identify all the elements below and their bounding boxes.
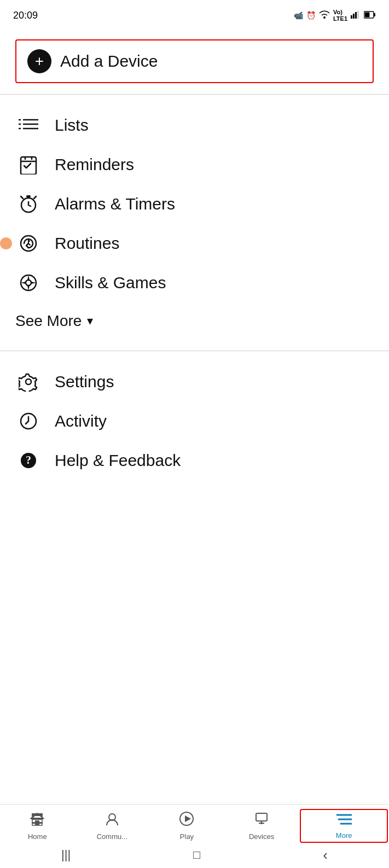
add-device-icon: +: [27, 49, 51, 73]
signal-text: Vo)LTE1: [333, 9, 347, 22]
nav-item-devices-label: Devices: [249, 832, 274, 841]
menu-item-activity[interactable]: Activity: [15, 401, 374, 441]
menu-item-reminders-label: Reminders: [55, 155, 134, 174]
system-nav: ||| □ ‹: [0, 844, 389, 868]
svg-marker-23: [21, 282, 26, 284]
svg-text:?: ?: [26, 454, 31, 466]
menu-item-alarms-label: Alarms & Timers: [55, 195, 175, 213]
system-nav-back[interactable]: ‹: [323, 847, 328, 864]
svg-point-0: [323, 16, 326, 19]
divider-2: [0, 351, 389, 351]
svg-marker-21: [31, 282, 36, 284]
svg-rect-32: [35, 820, 39, 825]
menu-item-lists[interactable]: Lists: [15, 106, 374, 145]
system-nav-home[interactable]: □: [193, 848, 200, 862]
menu-item-settings-label: Settings: [55, 372, 114, 391]
svg-point-19: [26, 280, 31, 286]
menu-item-skills-label: Skills & Games: [55, 273, 166, 292]
menu-item-lists-label: Lists: [55, 116, 89, 135]
wifi-icon: [319, 10, 330, 21]
menu-item-activity-label: Activity: [55, 412, 107, 430]
svg-marker-22: [27, 286, 30, 290]
lower-menu-list: Settings Activity ? Help & Feedback: [0, 362, 389, 480]
main-menu-list: Lists Reminders Alarms & Timers: [0, 106, 389, 302]
svg-marker-20: [27, 275, 30, 280]
reminders-icon: [15, 155, 42, 174]
svg-marker-35: [185, 815, 191, 822]
menu-item-settings[interactable]: Settings: [15, 362, 374, 401]
plus-icon: +: [35, 54, 44, 69]
svg-rect-7: [365, 12, 370, 17]
camera-icon: 📹: [294, 11, 303, 20]
nav-item-play-label: Play: [180, 832, 194, 841]
status-bar: 20:09 📹 ⏰ Vo)LTE1: [0, 0, 389, 28]
more-nav-icon: [336, 812, 352, 829]
bottom-nav-items: Home Commu... Play: [0, 805, 389, 844]
see-more-label: See More: [15, 312, 82, 330]
routines-icon: [15, 234, 42, 253]
bottom-nav: Home Commu... Play: [0, 804, 389, 868]
alarm-status-icon: ⏰: [306, 11, 316, 20]
svg-rect-6: [374, 13, 375, 16]
svg-rect-36: [256, 813, 267, 821]
menu-item-help-label: Help & Feedback: [55, 451, 181, 470]
play-nav-icon: [179, 811, 194, 830]
menu-item-routines-label: Routines: [55, 234, 119, 253]
menu-item-skills[interactable]: Skills & Games: [15, 263, 374, 302]
svg-point-24: [26, 379, 31, 385]
menu-item-reminders[interactable]: Reminders: [15, 145, 374, 184]
status-time: 20:09: [13, 10, 38, 21]
skills-icon: [15, 273, 42, 293]
add-device-button[interactable]: + Add a Device: [15, 39, 374, 83]
alarms-icon: [15, 194, 42, 214]
menu-item-help[interactable]: ? Help & Feedback: [15, 441, 374, 480]
lists-icon: [15, 115, 42, 135]
system-nav-recent[interactable]: |||: [61, 848, 71, 862]
community-nav-icon: [104, 811, 120, 830]
nav-item-play[interactable]: Play: [149, 811, 224, 841]
nav-item-home[interactable]: Home: [0, 811, 75, 841]
svg-rect-16: [26, 195, 31, 197]
chevron-down-icon: ▾: [87, 314, 93, 328]
nav-item-devices[interactable]: Devices: [224, 811, 299, 841]
svg-rect-4: [357, 11, 359, 19]
see-more-button[interactable]: See More ▾: [0, 302, 389, 340]
activity-icon: [15, 411, 42, 431]
menu-item-alarms[interactable]: Alarms & Timers: [15, 184, 374, 224]
nav-item-more[interactable]: More: [300, 809, 388, 843]
nav-item-community-label: Commu...: [97, 832, 127, 841]
status-icons: 📹 ⏰ Vo)LTE1: [294, 9, 376, 22]
svg-rect-3: [355, 12, 357, 19]
settings-icon: [15, 372, 42, 392]
add-device-label: Add a Device: [60, 52, 158, 71]
battery-icon: [364, 11, 376, 20]
nav-item-more-label: More: [336, 831, 352, 840]
nav-item-community[interactable]: Commu...: [75, 811, 150, 841]
help-icon: ?: [15, 451, 42, 470]
divider-1: [0, 94, 389, 95]
devices-nav-icon: [254, 811, 269, 830]
menu-item-routines[interactable]: Routines: [15, 224, 374, 263]
svg-rect-1: [351, 15, 352, 19]
svg-rect-2: [353, 14, 355, 19]
nav-item-home-label: Home: [28, 832, 47, 841]
signal-bars: [351, 11, 361, 20]
home-nav-icon: [30, 811, 45, 830]
